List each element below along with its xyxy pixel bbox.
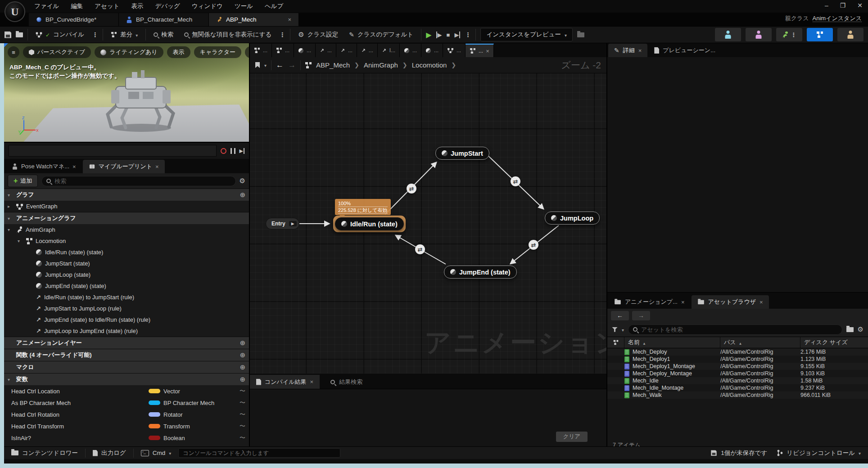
column-header-path[interactable]: パス — [720, 337, 800, 348]
Mech_Walk[interactable]: Mech_Walk /All/Game/ControlRig 966.011 K… — [607, 392, 868, 399]
menu-item[interactable]: ファイル — [29, 0, 64, 12]
add-item-icon[interactable] — [240, 339, 245, 347]
console-command-box[interactable] — [178, 448, 340, 458]
settings-gear-icon[interactable] — [858, 325, 863, 333]
viewport-option-pill[interactable]: 表示 — [167, 46, 190, 58]
expander-icon[interactable] — [8, 193, 13, 198]
transition-rule-icon[interactable] — [529, 240, 538, 250]
cmd-dropdown[interactable]: Cmd — [138, 450, 174, 456]
asset-browser-tab[interactable]: アニメーションプ... — [608, 295, 691, 309]
menu-item[interactable]: ツール — [229, 0, 258, 12]
column-header-name[interactable]: 名前 — [624, 337, 720, 348]
tree-row[interactable]: JumpLoop to JumpEnd (state) (rule) — [4, 325, 249, 337]
tab-details[interactable]: 詳細 — [608, 44, 647, 57]
viewport-option-pill[interactable]: ライティングあり — [95, 46, 163, 58]
tree-row[interactable]: JumpLoop (state) — [4, 269, 249, 280]
debug-filter-icon[interactable] — [577, 32, 584, 37]
editor-mode-button[interactable] — [715, 28, 741, 41]
console-command-input[interactable] — [183, 450, 336, 456]
transition-rule-icon[interactable] — [415, 244, 425, 254]
clear-button[interactable]: クリア — [556, 432, 588, 442]
Mech_Deploy[interactable]: Mech_Deploy /All/Game/ControlRig 2.176 M… — [607, 348, 868, 356]
bookmark-icon[interactable] — [255, 62, 260, 68]
tree-row[interactable]: Idle/Run (state) to JumpStart (rule) — [4, 292, 249, 303]
left-panel-tab[interactable]: マイブループリント — [83, 160, 165, 173]
editor-mode-button[interactable] — [807, 28, 833, 41]
editor-mode-button[interactable] — [746, 28, 772, 41]
entry-output-pin[interactable] — [289, 221, 297, 226]
tree-row[interactable]: Idle/Run (state) (state) — [4, 247, 249, 258]
add-button[interactable]: 追加 — [8, 175, 38, 187]
viewport-menu-button[interactable]: ≡ — [8, 46, 19, 58]
expander-icon[interactable] — [8, 204, 13, 209]
state-node-idle-run[interactable]: Idle/Run (state) — [335, 217, 404, 230]
filter-icon[interactable] — [612, 327, 618, 332]
close-icon[interactable]: ✕ — [857, 2, 863, 9]
close-icon[interactable] — [638, 47, 642, 54]
Mech_Idle[interactable]: Mech_Idle /All/Game/ControlRig 1.58 MiB — [607, 377, 868, 384]
column-header-size[interactable]: ディスク サイズ — [800, 337, 868, 348]
tree-row[interactable]: Locomotion — [4, 235, 249, 247]
restore-icon[interactable]: ❐ — [840, 2, 846, 9]
expander-icon[interactable] — [18, 238, 23, 243]
close-icon[interactable] — [310, 378, 314, 385]
class-settings-button[interactable]: クラス設定 — [295, 28, 341, 41]
advance-button[interactable] — [454, 32, 460, 38]
stop-button[interactable] — [447, 32, 450, 38]
viewport-option-pill[interactable]: パースペクティブ — [23, 46, 91, 58]
breadcrumb-item[interactable]: Locomotion❯ — [412, 61, 456, 69]
graph-doc-tab[interactable]: ... — [466, 44, 494, 57]
state-node-jumploop[interactable]: JumpLoop — [545, 212, 600, 225]
menu-item[interactable]: デバッグ — [150, 0, 185, 12]
class-defaults-button[interactable]: クラスのデフォルト — [346, 28, 416, 41]
back-arrow-icon[interactable]: ← — [276, 61, 284, 70]
graph-canvas[interactable]: アニメーション Entry 1 — [250, 73, 606, 374]
results-search[interactable] — [326, 375, 606, 389]
expander-icon[interactable] — [8, 216, 13, 221]
step-forward-button[interactable] — [240, 148, 244, 154]
not-exposed-icon[interactable] — [240, 399, 245, 407]
viewport-option-pill[interactable]: キャラクター — [194, 46, 242, 58]
tree-row[interactable]: As BP Character Mech BP Character Mech — [4, 397, 249, 409]
menu-item[interactable]: ウィンドウ — [186, 0, 228, 12]
state-node-jumpend[interactable]: JumpEnd (state) — [444, 266, 517, 279]
Mech_Deploy_Montage[interactable]: Mech_Deploy_Montage /All/Game/ControlRig… — [607, 370, 868, 377]
preview-instance-dropdown[interactable]: インスタンスをプレビュー — [480, 28, 573, 41]
preview-viewport[interactable]: ≡ パースペクティブ ライティングあり 表示 キャラクター — [4, 43, 249, 142]
chevron-down-icon[interactable] — [622, 326, 624, 333]
editor-mode-button[interactable] — [837, 28, 863, 41]
menu-item[interactable]: 編集 — [65, 0, 88, 12]
asset-search-input[interactable] — [641, 326, 837, 333]
viewport-option-pill[interactable]: LOD オート — [245, 46, 249, 58]
asset-tab[interactable]: BP_CurvedBridge* — [29, 13, 119, 26]
asset-tab[interactable]: ABP_Mech — [209, 13, 299, 26]
diff-button[interactable]: 差分 — [108, 28, 141, 41]
graph-doc-tab[interactable]: ... — [316, 44, 336, 57]
tree-row[interactable]: JumpStart (state) — [4, 258, 249, 269]
state-node-jumpstart[interactable]: JumpStart — [435, 147, 489, 160]
entry-node[interactable]: Entry — [266, 218, 299, 230]
graph-doc-tab[interactable]: ... — [336, 44, 357, 57]
tree-row[interactable]: Head Ctrl Transform Transform — [4, 420, 249, 432]
content-drawer-button[interactable]: コンテンツドロワー — [9, 449, 81, 457]
breadcrumb-item[interactable]: ABP_Mech❯ — [316, 61, 359, 69]
transition-rule-icon[interactable] — [511, 176, 520, 186]
save-folder-icon[interactable] — [846, 327, 854, 332]
hide-unrelated-options-icon[interactable] — [279, 31, 285, 38]
settings-gear-icon[interactable] — [240, 177, 245, 185]
unsaved-indicator[interactable]: 1個が未保存です — [708, 449, 770, 457]
tree-row[interactable]: JumpEnd (state) to Idle/Run (state) (rul… — [4, 314, 249, 325]
compile-button[interactable]: コンパイル — [32, 28, 87, 41]
tree-row[interactable]: 関数 (4 オーバーライド可能) オーバーライド — [4, 349, 249, 361]
play-options-icon[interactable] — [465, 31, 471, 38]
timeline-scrubbar[interactable] — [9, 145, 217, 157]
tab-preview-scene[interactable]: プレビューシーン... — [648, 44, 721, 57]
graph-doc-tab[interactable]: ... — [421, 44, 443, 57]
compile-results-tab[interactable]: コンパイル結果 — [250, 375, 320, 389]
minimize-icon[interactable]: – — [825, 2, 828, 9]
back-button[interactable]: ← — [611, 311, 629, 320]
blueprint-search[interactable] — [41, 176, 235, 186]
Mech_Deploy1_Montage[interactable]: Mech_Deploy1_Montage /All/Game/ControlRi… — [607, 363, 868, 370]
not-exposed-icon[interactable] — [240, 422, 245, 430]
parent-class-link[interactable]: Animインスタンス — [813, 15, 862, 22]
